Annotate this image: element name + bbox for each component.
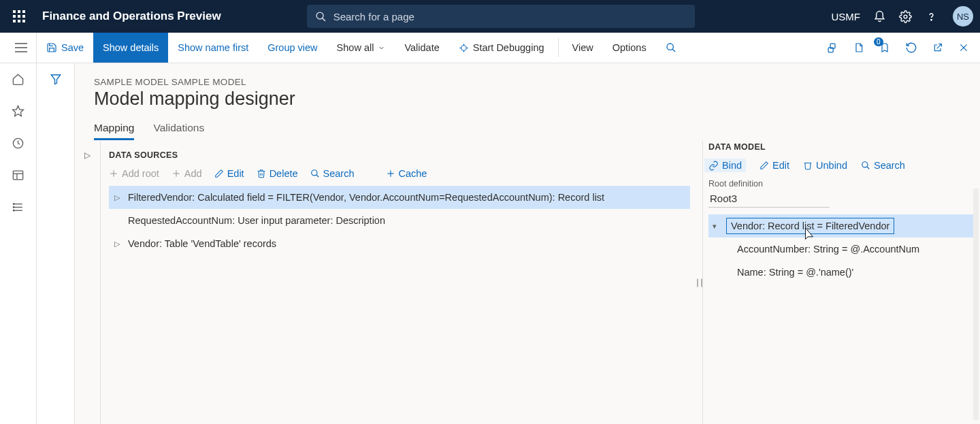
tree-row[interactable]: ▷ Vendor: Table 'VendTable' records [109, 232, 690, 255]
data-sources-toolbar: Add root Add Edit Delete [109, 168, 690, 179]
svg-point-16 [461, 45, 466, 50]
options-menu[interactable]: Options [603, 33, 656, 63]
svg-line-22 [672, 49, 675, 52]
global-search[interactable] [307, 5, 695, 28]
popout-icon[interactable] [932, 42, 943, 53]
show-all-dropdown[interactable]: Show all [327, 33, 395, 63]
show-all-label: Show all [337, 42, 374, 53]
open-in-office-icon[interactable] [853, 42, 864, 54]
svg-rect-6 [13, 20, 16, 22]
view-menu[interactable]: View [563, 33, 603, 63]
command-bar: Save Show details Show name first Group … [0, 33, 980, 63]
group-view-button[interactable]: Group view [258, 33, 327, 63]
command-search-button[interactable] [656, 33, 686, 63]
close-icon[interactable] [958, 42, 969, 53]
breadcrumb: SAMPLE MODEL SAMPLE MODEL [94, 77, 961, 87]
attach-icon[interactable] [827, 42, 838, 54]
tab-mapping[interactable]: Mapping [94, 122, 134, 140]
svg-marker-39 [51, 75, 61, 84]
data-sources-pane: ▷ DATA SOURCES Add root Add [75, 141, 697, 424]
bind-button[interactable]: Bind [704, 159, 746, 172]
data-sources-tree: ▷ FilteredVendor: Calculated field = FIL… [109, 186, 690, 255]
top-navbar: Finance and Operations Preview USMF NS [0, 0, 980, 33]
scrollbar[interactable] [973, 189, 979, 420]
svg-point-48 [862, 162, 868, 167]
svg-rect-7 [18, 20, 20, 22]
data-model-tree: ▾ Vendor: Record list = FilteredVendor A… [708, 214, 975, 284]
filter-icon[interactable] [50, 73, 62, 424]
add-button[interactable]: Add [172, 168, 202, 179]
company-code[interactable]: USMF [832, 11, 861, 22]
dm-edit-button[interactable]: Edit [760, 159, 789, 172]
help-icon[interactable] [924, 10, 938, 23]
svg-point-44 [311, 170, 316, 176]
home-icon[interactable] [12, 73, 24, 86]
notifications-icon[interactable] [872, 10, 886, 23]
svg-rect-5 [22, 15, 25, 18]
tab-validations[interactable]: Validations [153, 122, 204, 140]
user-avatar[interactable]: NS [953, 6, 973, 27]
svg-rect-4 [18, 15, 20, 18]
global-search-input[interactable] [333, 11, 687, 22]
dm-tree-row[interactable]: ▾ Vendor: Record list = FilteredVendor [708, 214, 975, 238]
filter-column [37, 63, 75, 424]
tree-row[interactable]: ▷ FilteredVendor: Calculated field = FIL… [109, 186, 690, 209]
validate-button[interactable]: Validate [395, 33, 448, 63]
dm-tree-row[interactable]: Name: String = @.'name()' [708, 261, 975, 284]
svg-rect-8 [22, 20, 25, 22]
save-button[interactable]: Save [37, 33, 93, 63]
app-launcher-icon[interactable] [7, 0, 31, 33]
messages-icon[interactable]: 0 [879, 42, 890, 54]
start-debugging-button[interactable]: Start Debugging [449, 33, 554, 63]
show-name-first-button[interactable]: Show name first [168, 33, 258, 63]
pane-splitter[interactable]: ┃┃ [697, 141, 702, 424]
root-definition-label: Root definition [708, 179, 975, 189]
delete-button[interactable]: Delete [257, 168, 298, 179]
show-details-label: Show details [103, 42, 159, 53]
expand-icon[interactable]: ▷ [114, 193, 124, 202]
svg-line-25 [937, 44, 942, 49]
svg-rect-1 [18, 10, 20, 13]
main-content: SAMPLE MODEL SAMPLE MODEL Model mapping … [75, 63, 980, 424]
tree-row[interactable]: ▷ RequestedAccountNum: User input parame… [109, 209, 690, 232]
recent-icon[interactable] [12, 137, 24, 150]
svg-rect-0 [13, 10, 16, 13]
show-details-button[interactable]: Show details [93, 33, 168, 63]
nav-toggle-icon[interactable] [5, 33, 37, 63]
svg-rect-3 [13, 15, 16, 18]
data-model-toolbar: Bind Edit Unbind Search [708, 159, 975, 172]
add-root-button[interactable]: Add root [109, 168, 159, 179]
svg-line-10 [322, 18, 325, 20]
view-label: View [572, 42, 593, 53]
search-button[interactable]: Search [310, 168, 355, 179]
svg-point-9 [316, 12, 323, 19]
app-title: Finance and Operations Preview [42, 10, 221, 23]
collapse-icon[interactable]: ▾ [713, 222, 722, 231]
root-definition-value[interactable]: Root3 [708, 189, 830, 208]
validate-label: Validate [404, 42, 439, 53]
settings-icon[interactable] [898, 10, 912, 23]
page-title: Model mapping designer [94, 88, 961, 110]
dm-tree-row[interactable]: AccountNumber: String = @.AccountNum [708, 238, 975, 261]
svg-line-49 [867, 167, 870, 169]
refresh-icon[interactable] [905, 42, 917, 54]
options-label: Options [612, 42, 647, 53]
favorites-icon[interactable] [12, 105, 24, 118]
svg-rect-2 [22, 10, 25, 13]
svg-point-12 [930, 19, 931, 20]
expand-icon[interactable]: ▷ [114, 240, 124, 248]
edit-button[interactable]: Edit [214, 168, 244, 179]
page-tabs: Mapping Validations [75, 122, 980, 141]
left-nav-rail [0, 63, 37, 424]
cache-button[interactable]: Cache [386, 168, 427, 179]
start-debugging-label: Start Debugging [473, 42, 544, 53]
dm-search-button[interactable]: Search [861, 159, 905, 172]
data-source-types-collapsed[interactable]: ▷ [75, 141, 101, 424]
group-view-label: Group view [267, 42, 317, 53]
data-model-heading: DATA MODEL [708, 141, 975, 159]
show-name-first-label: Show name first [178, 42, 248, 53]
workspaces-icon[interactable] [12, 169, 24, 182]
svg-line-45 [316, 175, 318, 178]
unbind-button[interactable]: Unbind [803, 159, 847, 172]
modules-icon[interactable] [12, 201, 24, 214]
